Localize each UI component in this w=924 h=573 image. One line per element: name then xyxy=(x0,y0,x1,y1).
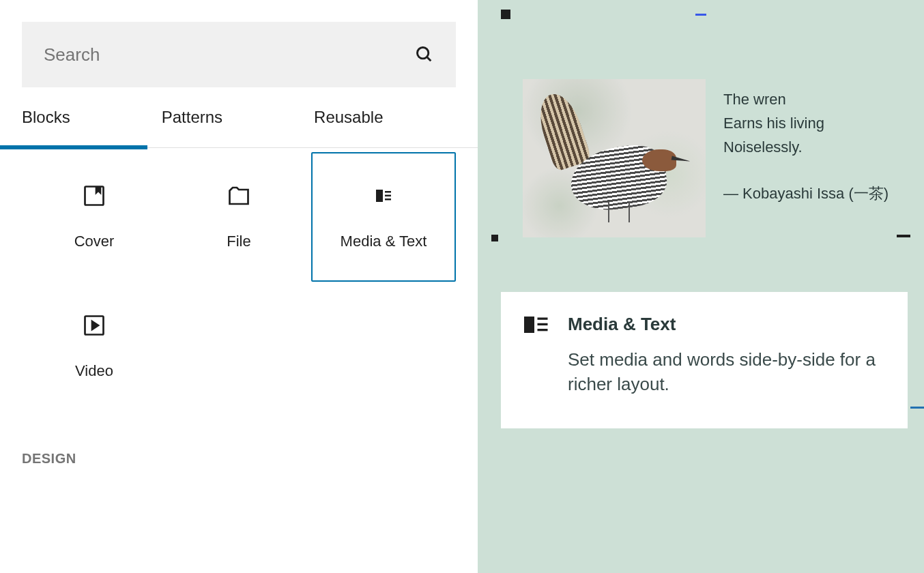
cover-icon xyxy=(82,183,106,208)
search-wrapper xyxy=(0,0,478,87)
block-grid: Cover File Media & Text xyxy=(22,152,456,411)
svg-rect-11 xyxy=(538,329,548,331)
resize-handle-icon[interactable] xyxy=(501,10,510,19)
block-info-card: Media & Text Set media and words side-by… xyxy=(501,292,908,428)
file-icon xyxy=(227,183,251,208)
info-title: Media & Text xyxy=(568,314,676,335)
svg-rect-4 xyxy=(385,191,391,193)
poem-line: Earns his living xyxy=(723,111,905,135)
resize-handle-icon[interactable] xyxy=(695,14,706,16)
resize-handle-icon[interactable] xyxy=(491,235,498,241)
block-item-media-text[interactable]: Media & Text xyxy=(311,152,456,282)
poem-line: The wren xyxy=(723,87,905,111)
preview-text-content[interactable]: The wren Earns his living Noiselessly. —… xyxy=(723,79,905,237)
resize-handle-icon[interactable] xyxy=(910,407,924,409)
poem-line: Noiselessly. xyxy=(723,135,905,159)
tab-patterns[interactable]: Patterns xyxy=(162,108,222,147)
block-handles-top xyxy=(478,10,924,19)
block-handles-sides xyxy=(478,235,924,241)
search-input[interactable] xyxy=(44,44,415,65)
search-box[interactable] xyxy=(22,22,456,87)
info-header: Media & Text xyxy=(524,314,884,335)
bird-illustration-icon xyxy=(523,79,706,237)
svg-rect-3 xyxy=(376,190,383,202)
preview-media-text-block[interactable]: The wren Earns his living Noiselessly. —… xyxy=(523,79,905,237)
block-label: Video xyxy=(75,362,113,380)
svg-rect-10 xyxy=(538,323,548,325)
svg-line-1 xyxy=(427,57,431,61)
block-item-video[interactable]: Video xyxy=(22,282,167,411)
block-label: File xyxy=(227,233,250,250)
resize-handle-icon[interactable] xyxy=(897,235,910,237)
media-text-icon xyxy=(524,317,549,333)
svg-rect-5 xyxy=(385,195,391,197)
block-label: Media & Text xyxy=(341,233,427,250)
blocks-list: Image Gallery Audio Cover File xyxy=(0,148,478,467)
tab-blocks[interactable]: Blocks xyxy=(22,108,70,147)
svg-rect-8 xyxy=(524,317,534,333)
svg-rect-9 xyxy=(538,317,548,319)
poem-citation: — Kobayashi Issa (一茶) xyxy=(723,181,905,205)
block-label: Cover xyxy=(74,233,115,250)
svg-point-0 xyxy=(418,48,429,59)
category-design-heading: DESIGN xyxy=(22,451,456,467)
tab-reusable[interactable]: Reusable xyxy=(314,108,383,147)
block-item-file[interactable]: File xyxy=(167,152,311,282)
preview-media-image[interactable] xyxy=(523,79,706,237)
block-inserter-panel: Blocks Patterns Reusable Image Gallery A… xyxy=(0,0,478,573)
info-description: Set media and words side-by-side for a r… xyxy=(568,347,884,397)
blocks-scroll-area[interactable]: Image Gallery Audio Cover File xyxy=(0,148,478,573)
inserter-tabs: Blocks Patterns Reusable xyxy=(0,108,478,148)
search-icon xyxy=(415,45,434,64)
media-text-icon xyxy=(371,183,396,208)
video-icon xyxy=(82,313,106,338)
svg-rect-6 xyxy=(385,199,391,201)
block-item-cover[interactable]: Cover xyxy=(22,152,167,282)
block-preview-panel: The wren Earns his living Noiselessly. —… xyxy=(478,0,924,573)
